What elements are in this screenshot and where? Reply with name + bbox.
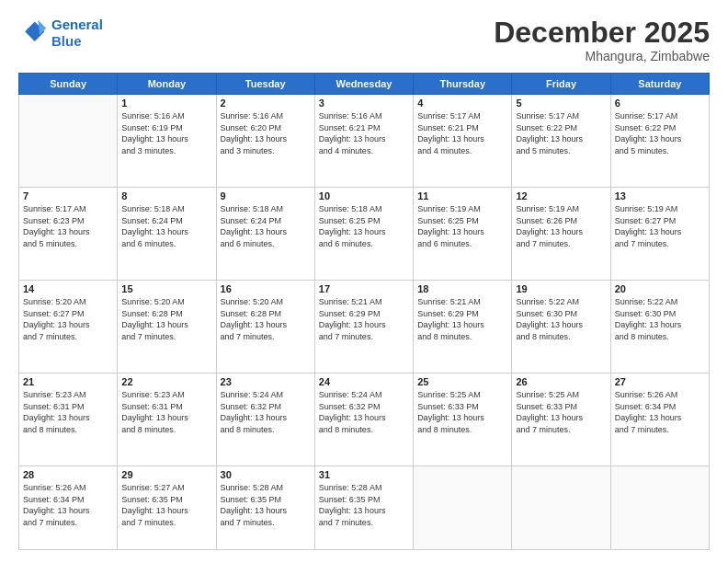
location: Mhangura, Zimbabwe xyxy=(494,49,710,63)
logo-line2: Blue xyxy=(51,33,82,49)
calendar-page: General Blue December 2025 Mhangura, Zim… xyxy=(0,0,728,563)
calendar-week-row: 14Sunrise: 5:20 AM Sunset: 6:27 PM Dayli… xyxy=(19,281,710,373)
calendar-cell: 9Sunrise: 5:18 AM Sunset: 6:24 PM Daylig… xyxy=(216,188,314,281)
day-info: Sunrise: 5:17 AM Sunset: 6:21 PM Dayligh… xyxy=(417,110,507,156)
day-info: Sunrise: 5:25 AM Sunset: 6:33 PM Dayligh… xyxy=(516,389,606,435)
day-info: Sunrise: 5:18 AM Sunset: 6:24 PM Dayligh… xyxy=(221,203,311,249)
day-header-wednesday: Wednesday xyxy=(314,74,413,95)
calendar-cell xyxy=(512,466,610,550)
day-info: Sunrise: 5:16 AM Sunset: 6:19 PM Dayligh… xyxy=(121,110,211,156)
calendar-cell: 13Sunrise: 5:19 AM Sunset: 6:27 PM Dayli… xyxy=(610,188,709,281)
calendar-cell: 12Sunrise: 5:19 AM Sunset: 6:26 PM Dayli… xyxy=(512,188,610,281)
day-number: 29 xyxy=(121,469,211,480)
day-info: Sunrise: 5:25 AM Sunset: 6:33 PM Dayligh… xyxy=(417,389,507,435)
calendar-week-row: 28Sunrise: 5:26 AM Sunset: 6:34 PM Dayli… xyxy=(19,466,710,550)
calendar-table: SundayMondayTuesdayWednesdayThursdayFrid… xyxy=(18,73,710,550)
calendar-cell: 14Sunrise: 5:20 AM Sunset: 6:27 PM Dayli… xyxy=(19,281,118,373)
day-number: 12 xyxy=(516,190,606,201)
day-number: 8 xyxy=(121,190,211,201)
day-info: Sunrise: 5:20 AM Sunset: 6:27 PM Dayligh… xyxy=(23,296,113,342)
calendar-cell xyxy=(610,466,709,550)
day-info: Sunrise: 5:18 AM Sunset: 6:24 PM Dayligh… xyxy=(121,203,211,249)
day-number: 25 xyxy=(417,376,507,387)
day-number: 15 xyxy=(121,283,211,294)
day-number: 10 xyxy=(319,190,409,201)
day-info: Sunrise: 5:17 AM Sunset: 6:22 PM Dayligh… xyxy=(516,110,606,156)
day-number: 31 xyxy=(319,469,409,480)
day-info: Sunrise: 5:23 AM Sunset: 6:31 PM Dayligh… xyxy=(121,389,211,435)
calendar-cell: 20Sunrise: 5:22 AM Sunset: 6:30 PM Dayli… xyxy=(610,281,709,373)
header: General Blue December 2025 Mhangura, Zim… xyxy=(18,17,710,63)
calendar-cell: 24Sunrise: 5:24 AM Sunset: 6:32 PM Dayli… xyxy=(314,373,413,466)
calendar-cell xyxy=(414,466,512,550)
day-number: 6 xyxy=(615,98,705,109)
calendar-cell: 3Sunrise: 5:16 AM Sunset: 6:21 PM Daylig… xyxy=(314,95,413,188)
day-info: Sunrise: 5:20 AM Sunset: 6:28 PM Dayligh… xyxy=(121,296,211,342)
calendar-week-row: 21Sunrise: 5:23 AM Sunset: 6:31 PM Dayli… xyxy=(19,373,710,466)
day-number: 27 xyxy=(615,376,705,387)
calendar-cell: 11Sunrise: 5:19 AM Sunset: 6:25 PM Dayli… xyxy=(414,188,512,281)
calendar-cell: 5Sunrise: 5:17 AM Sunset: 6:22 PM Daylig… xyxy=(512,95,610,188)
day-info: Sunrise: 5:19 AM Sunset: 6:27 PM Dayligh… xyxy=(615,203,705,249)
day-number: 22 xyxy=(121,376,211,387)
day-number: 16 xyxy=(221,283,311,294)
day-info: Sunrise: 5:19 AM Sunset: 6:26 PM Dayligh… xyxy=(516,203,606,249)
day-number: 5 xyxy=(516,98,606,109)
day-info: Sunrise: 5:18 AM Sunset: 6:25 PM Dayligh… xyxy=(319,203,409,249)
calendar-week-row: 1Sunrise: 5:16 AM Sunset: 6:19 PM Daylig… xyxy=(19,95,710,188)
day-header-saturday: Saturday xyxy=(610,74,709,95)
day-number: 11 xyxy=(417,190,507,201)
day-header-monday: Monday xyxy=(118,74,216,95)
calendar-cell: 6Sunrise: 5:17 AM Sunset: 6:22 PM Daylig… xyxy=(610,95,709,188)
day-info: Sunrise: 5:26 AM Sunset: 6:34 PM Dayligh… xyxy=(615,389,705,435)
day-number: 23 xyxy=(221,376,311,387)
calendar-cell: 22Sunrise: 5:23 AM Sunset: 6:31 PM Dayli… xyxy=(118,373,216,466)
calendar-cell xyxy=(19,95,118,188)
day-number: 30 xyxy=(221,469,311,480)
calendar-cell: 16Sunrise: 5:20 AM Sunset: 6:28 PM Dayli… xyxy=(216,281,314,373)
title-block: December 2025 Mhangura, Zimbabwe xyxy=(494,17,710,63)
calendar-cell: 29Sunrise: 5:27 AM Sunset: 6:35 PM Dayli… xyxy=(118,466,216,550)
calendar-cell: 25Sunrise: 5:25 AM Sunset: 6:33 PM Dayli… xyxy=(414,373,512,466)
day-number: 1 xyxy=(121,98,211,109)
month-title: December 2025 xyxy=(494,17,710,49)
calendar-cell: 10Sunrise: 5:18 AM Sunset: 6:25 PM Dayli… xyxy=(314,188,413,281)
calendar-cell: 31Sunrise: 5:28 AM Sunset: 6:35 PM Dayli… xyxy=(314,466,413,550)
day-info: Sunrise: 5:26 AM Sunset: 6:34 PM Dayligh… xyxy=(23,482,113,528)
calendar-cell: 4Sunrise: 5:17 AM Sunset: 6:21 PM Daylig… xyxy=(414,95,512,188)
day-info: Sunrise: 5:24 AM Sunset: 6:32 PM Dayligh… xyxy=(319,389,409,435)
day-number: 17 xyxy=(319,283,409,294)
day-info: Sunrise: 5:17 AM Sunset: 6:22 PM Dayligh… xyxy=(615,110,705,156)
day-info: Sunrise: 5:20 AM Sunset: 6:28 PM Dayligh… xyxy=(221,296,311,342)
day-info: Sunrise: 5:22 AM Sunset: 6:30 PM Dayligh… xyxy=(615,296,705,342)
day-header-thursday: Thursday xyxy=(414,74,512,95)
day-info: Sunrise: 5:23 AM Sunset: 6:31 PM Dayligh… xyxy=(23,389,113,435)
day-header-tuesday: Tuesday xyxy=(216,74,314,95)
day-info: Sunrise: 5:16 AM Sunset: 6:20 PM Dayligh… xyxy=(221,110,311,156)
day-info: Sunrise: 5:17 AM Sunset: 6:23 PM Dayligh… xyxy=(23,203,113,249)
day-info: Sunrise: 5:21 AM Sunset: 6:29 PM Dayligh… xyxy=(417,296,507,342)
calendar-cell: 27Sunrise: 5:26 AM Sunset: 6:34 PM Dayli… xyxy=(610,373,709,466)
calendar-header-row: SundayMondayTuesdayWednesdayThursdayFrid… xyxy=(19,74,710,95)
day-info: Sunrise: 5:28 AM Sunset: 6:35 PM Dayligh… xyxy=(319,482,409,528)
day-number: 7 xyxy=(23,190,113,201)
calendar-cell: 26Sunrise: 5:25 AM Sunset: 6:33 PM Dayli… xyxy=(512,373,610,466)
calendar-cell: 15Sunrise: 5:20 AM Sunset: 6:28 PM Dayli… xyxy=(118,281,216,373)
calendar-cell: 1Sunrise: 5:16 AM Sunset: 6:19 PM Daylig… xyxy=(118,95,216,188)
calendar-cell: 30Sunrise: 5:28 AM Sunset: 6:35 PM Dayli… xyxy=(216,466,314,550)
day-info: Sunrise: 5:21 AM Sunset: 6:29 PM Dayligh… xyxy=(319,296,409,342)
day-number: 18 xyxy=(417,283,507,294)
calendar-cell: 8Sunrise: 5:18 AM Sunset: 6:24 PM Daylig… xyxy=(118,188,216,281)
day-number: 19 xyxy=(516,283,606,294)
day-number: 20 xyxy=(615,283,705,294)
day-info: Sunrise: 5:19 AM Sunset: 6:25 PM Dayligh… xyxy=(417,203,507,249)
day-number: 4 xyxy=(417,98,507,109)
day-number: 3 xyxy=(319,98,409,109)
day-number: 9 xyxy=(221,190,311,201)
day-number: 28 xyxy=(23,469,113,480)
calendar-cell: 21Sunrise: 5:23 AM Sunset: 6:31 PM Dayli… xyxy=(19,373,118,466)
day-info: Sunrise: 5:22 AM Sunset: 6:30 PM Dayligh… xyxy=(516,296,606,342)
day-header-friday: Friday xyxy=(512,74,610,95)
day-info: Sunrise: 5:28 AM Sunset: 6:35 PM Dayligh… xyxy=(221,482,311,528)
calendar-cell: 19Sunrise: 5:22 AM Sunset: 6:30 PM Dayli… xyxy=(512,281,610,373)
